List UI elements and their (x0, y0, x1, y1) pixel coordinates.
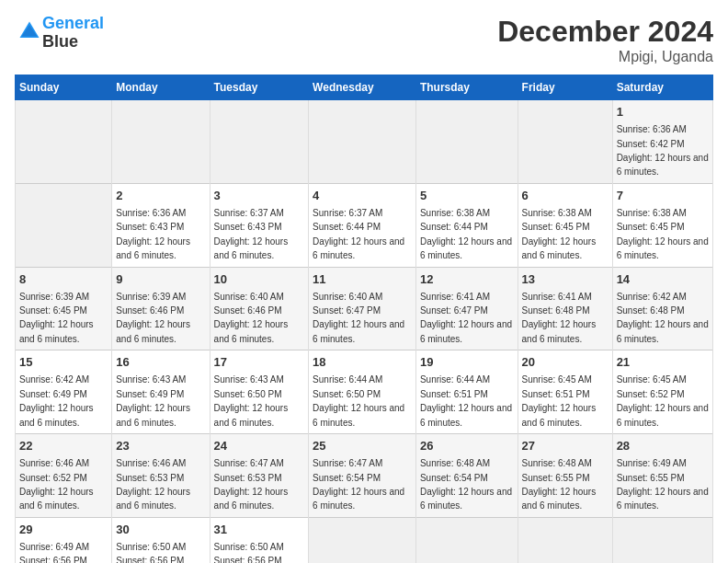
page-title: December 2024 (497, 15, 713, 49)
calendar-cell-23: 23Sunrise: 6:46 AMSunset: 6:53 PMDayligh… (112, 434, 210, 518)
calendar-cell-28: 28Sunrise: 6:49 AMSunset: 6:55 PMDayligh… (612, 434, 712, 518)
calendar-cell-11: 11Sunrise: 6:40 AMSunset: 6:47 PMDayligh… (309, 267, 416, 350)
header-cell-thursday: Thursday (415, 75, 518, 100)
calendar-cell-18: 18Sunrise: 6:44 AMSunset: 6:50 PMDayligh… (309, 350, 416, 434)
calendar-cell-27: 27Sunrise: 6:48 AMSunset: 6:55 PMDayligh… (518, 434, 612, 518)
calendar-cell-30: 30Sunrise: 6:50 AMSunset: 6:56 PMDayligh… (112, 517, 210, 563)
title-block: December 2024 Mpigi, Uganda (497, 15, 713, 65)
empty-cell (309, 517, 416, 563)
calendar-cell-20: 20Sunrise: 6:45 AMSunset: 6:51 PMDayligh… (518, 350, 612, 434)
empty-cell (112, 100, 210, 184)
calendar-cell-5: 5Sunrise: 6:38 AMSunset: 6:44 PMDaylight… (415, 183, 518, 267)
calendar-cell-15: 15Sunrise: 6:42 AMSunset: 6:49 PMDayligh… (16, 350, 112, 434)
calendar-row-2: 8Sunrise: 6:39 AMSunset: 6:45 PMDaylight… (16, 267, 713, 350)
empty-cell (16, 183, 112, 267)
calendar-cell-10: 10Sunrise: 6:40 AMSunset: 6:46 PMDayligh… (210, 267, 309, 350)
calendar-cell-8: 8Sunrise: 6:39 AMSunset: 6:45 PMDaylight… (16, 267, 112, 350)
page-subtitle: Mpigi, Uganda (497, 49, 713, 65)
logo-icon (17, 18, 42, 44)
calendar-row-5: 29Sunrise: 6:49 AMSunset: 6:56 PMDayligh… (16, 517, 713, 563)
empty-cell (518, 100, 612, 184)
empty-cell (210, 100, 309, 184)
calendar-cell-24: 24Sunrise: 6:47 AMSunset: 6:53 PMDayligh… (210, 434, 309, 518)
calendar-cell-2: 2Sunrise: 6:36 AMSunset: 6:43 PMDaylight… (112, 183, 210, 267)
calendar-cell-6: 6Sunrise: 6:38 AMSunset: 6:45 PMDaylight… (518, 183, 612, 267)
calendar-cell-25: 25Sunrise: 6:47 AMSunset: 6:54 PMDayligh… (309, 434, 416, 518)
calendar-cell-7: 7Sunrise: 6:38 AMSunset: 6:45 PMDaylight… (612, 183, 712, 267)
calendar-cell-12: 12Sunrise: 6:41 AMSunset: 6:47 PMDayligh… (415, 267, 518, 350)
calendar-cell-21: 21Sunrise: 6:45 AMSunset: 6:52 PMDayligh… (612, 350, 712, 434)
calendar-cell-1: 1Sunrise: 6:36 AMSunset: 6:42 PMDaylight… (612, 100, 712, 184)
calendar-cell-29: 29Sunrise: 6:49 AMSunset: 6:56 PMDayligh… (16, 517, 112, 563)
header-cell-tuesday: Tuesday (210, 75, 309, 100)
calendar-row-0: 1Sunrise: 6:36 AMSunset: 6:42 PMDaylight… (16, 100, 713, 184)
empty-cell (415, 100, 518, 184)
page-header: GeneralBlue December 2024 Mpigi, Uganda (15, 15, 713, 65)
header-row: SundayMondayTuesdayWednesdayThursdayFrid… (16, 75, 713, 100)
empty-cell (16, 100, 112, 184)
header-cell-saturday: Saturday (612, 75, 712, 100)
calendar-cell-13: 13Sunrise: 6:41 AMSunset: 6:48 PMDayligh… (518, 267, 612, 350)
calendar-cell-3: 3Sunrise: 6:37 AMSunset: 6:43 PMDaylight… (210, 183, 309, 267)
empty-cell (518, 517, 612, 563)
logo-text: GeneralBlue (42, 15, 104, 52)
calendar-row-3: 15Sunrise: 6:42 AMSunset: 6:49 PMDayligh… (16, 350, 713, 434)
calendar-cell-22: 22Sunrise: 6:46 AMSunset: 6:52 PMDayligh… (16, 434, 112, 518)
calendar-cell-4: 4Sunrise: 6:37 AMSunset: 6:44 PMDaylight… (309, 183, 416, 267)
calendar-cell-16: 16Sunrise: 6:43 AMSunset: 6:49 PMDayligh… (112, 350, 210, 434)
logo: GeneralBlue (15, 15, 104, 52)
calendar-cell-14: 14Sunrise: 6:42 AMSunset: 6:48 PMDayligh… (612, 267, 712, 350)
calendar-table: SundayMondayTuesdayWednesdayThursdayFrid… (15, 75, 713, 563)
header-cell-friday: Friday (518, 75, 612, 100)
header-cell-monday: Monday (112, 75, 210, 100)
calendar-cell-17: 17Sunrise: 6:43 AMSunset: 6:50 PMDayligh… (210, 350, 309, 434)
calendar-row-4: 22Sunrise: 6:46 AMSunset: 6:52 PMDayligh… (16, 434, 713, 518)
calendar-cell-9: 9Sunrise: 6:39 AMSunset: 6:46 PMDaylight… (112, 267, 210, 350)
header-cell-sunday: Sunday (16, 75, 112, 100)
empty-cell (309, 100, 416, 184)
calendar-row-1: 2Sunrise: 6:36 AMSunset: 6:43 PMDaylight… (16, 183, 713, 267)
calendar-cell-19: 19Sunrise: 6:44 AMSunset: 6:51 PMDayligh… (415, 350, 518, 434)
calendar-cell-31: 31Sunrise: 6:50 AMSunset: 6:56 PMDayligh… (210, 517, 309, 563)
empty-cell (612, 517, 712, 563)
calendar-cell-26: 26Sunrise: 6:48 AMSunset: 6:54 PMDayligh… (415, 434, 518, 518)
header-cell-wednesday: Wednesday (309, 75, 416, 100)
empty-cell (415, 517, 518, 563)
